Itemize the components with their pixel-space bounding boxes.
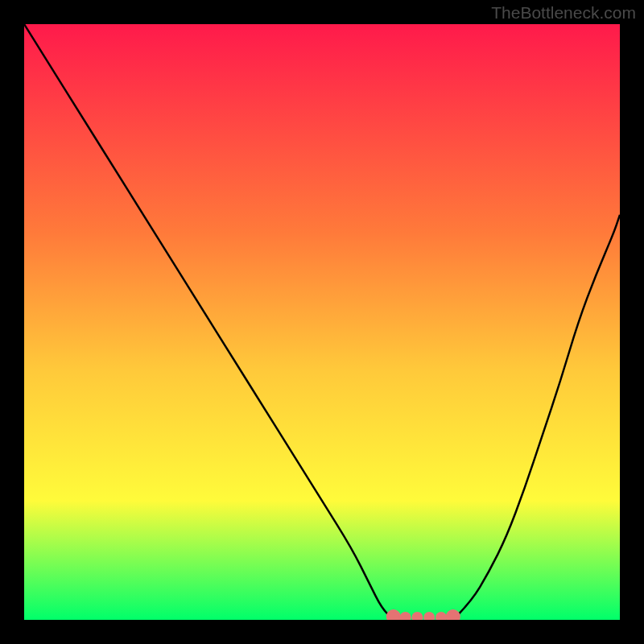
chart-svg: [24, 24, 620, 620]
chart-container: [24, 24, 620, 620]
watermark-text: TheBottleneck.com: [491, 3, 636, 23]
gradient-background: [24, 24, 620, 620]
